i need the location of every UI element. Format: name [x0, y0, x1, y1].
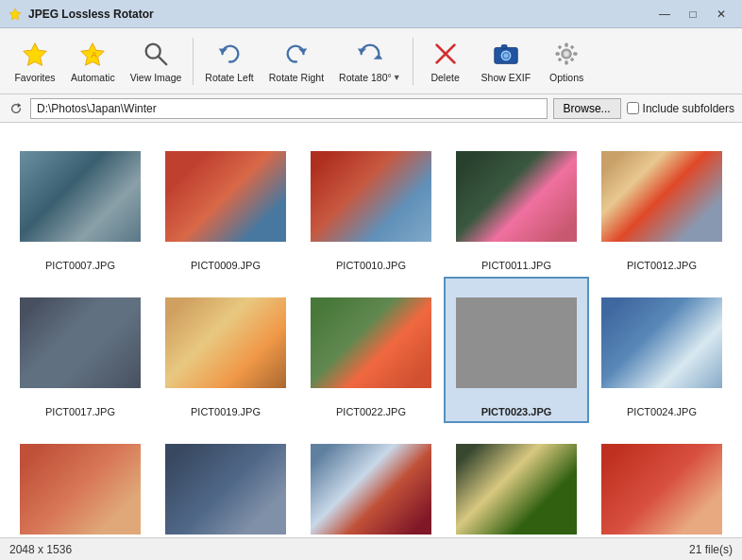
- grid-cell[interactable]: PICT0007.JPG: [8, 130, 153, 277]
- grid-cell[interactable]: PICT0028.JPG: [444, 423, 589, 537]
- automatic-button[interactable]: A Automatic: [64, 32, 122, 91]
- cell-label: PICT0007.JPG: [45, 260, 115, 271]
- minimize-button[interactable]: —: [651, 4, 678, 25]
- svg-rect-14: [501, 44, 507, 48]
- window-controls: — □ ✕: [651, 4, 734, 25]
- delete-icon: [430, 39, 461, 69]
- grid-cell[interactable]: PICT0009.JPG: [153, 130, 298, 277]
- browse-button[interactable]: Browse...: [553, 98, 621, 119]
- rotate-left-button[interactable]: Rotate Left: [198, 32, 260, 91]
- thumbnail: [601, 297, 722, 388]
- camera-icon: [491, 39, 521, 69]
- grid-cell[interactable]: PICT0029.JPG: [589, 423, 734, 537]
- rotate-180-label: Rotate 180°: [339, 72, 392, 84]
- grid-cell[interactable]: PICT0026.JPG: [153, 423, 298, 537]
- gear-icon: [551, 39, 582, 69]
- svg-rect-24: [558, 58, 562, 61]
- view-image-label: View Image: [130, 72, 182, 84]
- svg-line-5: [159, 57, 166, 64]
- file-count-status: 21 file(s): [689, 543, 733, 556]
- grid-cell[interactable]: PICT0017.JPG: [8, 277, 153, 423]
- cell-label: PICT0024.JPG: [627, 406, 697, 417]
- app-title: JPEG Lossless Rotator: [28, 8, 154, 21]
- thumbnail: [165, 151, 286, 242]
- rotate-180-dropdown-arrow: ▼: [393, 73, 401, 82]
- grid-cell[interactable]: PICT0027.JPG: [298, 423, 444, 537]
- grid-cell[interactable]: PICT0022.JPG: [298, 277, 444, 423]
- rotate-left-icon: [214, 39, 245, 69]
- grid-cell[interactable]: PICT0011.JPG: [444, 130, 589, 277]
- thumb-container: [302, 429, 440, 537]
- title-bar-left: JPEG Lossless Rotator: [8, 7, 154, 22]
- show-exif-label: Show EXIF: [481, 72, 531, 84]
- thumbnail: [311, 151, 431, 242]
- grid-cell[interactable]: PICT0024.JPG: [589, 277, 734, 423]
- view-image-button[interactable]: View Image: [124, 32, 189, 91]
- cell-label: PICT0019.JPG: [191, 406, 261, 417]
- rotate-180-button[interactable]: Rotate 180° ▼: [332, 32, 408, 91]
- svg-point-17: [564, 51, 569, 57]
- thumb-container: [157, 136, 295, 257]
- thumb-container: [11, 136, 149, 257]
- show-exif-button[interactable]: Show EXIF: [475, 32, 538, 91]
- options-button[interactable]: Options: [539, 32, 594, 91]
- grid-cell[interactable]: PICT0019.JPG: [153, 277, 298, 423]
- grid-cell[interactable]: PICT0012.JPG: [589, 130, 734, 277]
- thumbnail: [165, 444, 286, 535]
- svg-rect-23: [570, 45, 574, 49]
- thumbnail: [20, 151, 141, 242]
- thumbnail: [456, 297, 577, 388]
- delete-label: Delete: [430, 72, 459, 84]
- include-subfolders-group: Include subfolders: [627, 102, 734, 115]
- delete-button[interactable]: Delete: [418, 32, 473, 91]
- thumb-container: [157, 282, 295, 403]
- star-icon: [20, 39, 50, 69]
- favorites-button[interactable]: Favorites: [8, 32, 62, 91]
- include-subfolders-checkbox[interactable]: [627, 102, 639, 114]
- thumb-container: [593, 429, 731, 537]
- grid-cell[interactable]: PICT0023.JPG: [444, 277, 589, 423]
- cell-label: PICT0017.JPG: [45, 406, 115, 417]
- thumb-container: [11, 429, 149, 537]
- app-icon: [8, 7, 23, 22]
- thumbnail: [456, 151, 577, 242]
- thumb-container: [593, 282, 731, 403]
- thumbnail: [456, 444, 577, 535]
- thumb-container: [447, 282, 585, 403]
- path-input[interactable]: [30, 98, 548, 119]
- favorites-label: Favorites: [14, 72, 55, 84]
- cell-label: PICT0022.JPG: [336, 406, 406, 417]
- close-button[interactable]: ✕: [708, 4, 734, 25]
- thumb-container: [302, 282, 440, 403]
- thumbnail: [20, 444, 141, 535]
- grid-cell[interactable]: PICT0010.JPG: [298, 130, 444, 277]
- toolbar-separator-2: [413, 38, 413, 85]
- svg-marker-0: [9, 8, 21, 20]
- options-label: Options: [549, 72, 583, 84]
- status-bar: 2048 x 1536 21 file(s): [0, 537, 742, 560]
- rotate-right-icon: [281, 39, 312, 69]
- automatic-icon: A: [77, 39, 108, 69]
- svg-rect-20: [556, 52, 560, 55]
- rotate-right-button[interactable]: Rotate Right: [262, 32, 330, 91]
- thumbnail: [311, 297, 431, 388]
- image-grid: PICT0007.JPGPICT0009.JPGPICT0010.JPGPICT…: [0, 123, 742, 537]
- cell-label: PICT0009.JPG: [191, 260, 261, 271]
- rotate-left-label: Rotate Left: [205, 72, 253, 84]
- cell-label: PICT0023.JPG: [481, 406, 552, 417]
- svg-text:A: A: [91, 49, 97, 59]
- thumbnail: [601, 444, 722, 535]
- svg-rect-25: [570, 58, 574, 61]
- thumbnail: [311, 444, 431, 535]
- include-subfolders-label: Include subfolders: [643, 102, 734, 115]
- address-bar: Browse... Include subfolders: [0, 94, 742, 123]
- svg-marker-1: [24, 42, 46, 64]
- grid-cell[interactable]: PICT0025.JPG: [8, 423, 153, 537]
- svg-rect-21: [574, 52, 578, 55]
- maximize-button[interactable]: □: [680, 4, 706, 25]
- magnify-icon: [141, 39, 171, 69]
- svg-marker-9: [374, 54, 382, 59]
- cell-label: PICT0010.JPG: [336, 260, 406, 271]
- refresh-button[interactable]: [8, 100, 25, 117]
- rotate-180-icon: [355, 39, 385, 69]
